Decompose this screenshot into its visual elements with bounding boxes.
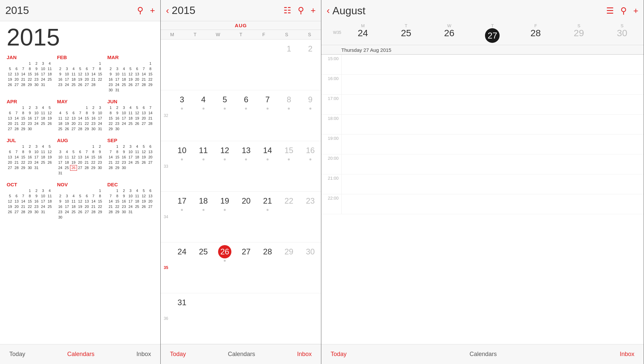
month-body: 1232345678933101112131415163417181920212… [161, 40, 321, 344]
year-bottom-nav: Today Calendars Inbox [0, 344, 160, 364]
day-col-0[interactable]: M24 [341, 23, 384, 43]
calendars-button[interactable]: Calendars [228, 351, 255, 358]
week-row-1: 323456789 [161, 90, 321, 141]
week-row-4: 3524252627282930 [161, 242, 321, 293]
mini-month-sep[interactable]: SEP1234567891011121314151617181920212223… [107, 137, 154, 176]
back-icon[interactable]: ‹ [166, 5, 169, 16]
day-col-1[interactable]: T25 [384, 23, 428, 43]
month-label: AUG [235, 23, 247, 28]
time-row-18:00: 18:00 [321, 115, 644, 135]
inbox-button[interactable]: Inbox [297, 351, 312, 358]
plus-icon[interactable]: + [150, 5, 155, 16]
mini-month-dec[interactable]: DEC1234567891011121314151617181920212223… [107, 182, 154, 220]
time-row-22:00: 22:00 [321, 194, 644, 214]
inbox-button[interactable]: Inbox [620, 351, 634, 358]
mini-month-jan[interactable]: JAN1234567891011121314151617181920212223… [7, 54, 53, 93]
mini-month-feb[interactable]: FEB1234567891011121314151617181920212223… [57, 54, 104, 93]
day-bottom-nav: Today Calendars Inbox [321, 344, 644, 364]
day-col-2[interactable]: W26 [428, 23, 471, 43]
mini-month-jul[interactable]: JUL1234567891011121314151617181920212223… [7, 137, 53, 176]
grid-icon[interactable]: ☷ [283, 5, 291, 16]
plus-icon[interactable]: + [311, 5, 316, 16]
mini-month-may[interactable]: MAY1234567891011121314151617181920212223… [57, 99, 104, 132]
time-row-19:00: 19:00 [321, 135, 644, 154]
mini-month-aug[interactable]: AUG1234567891011121314151617181920212223… [57, 137, 104, 176]
mini-month-apr[interactable]: APR1234567891011121314151617181920212223… [7, 99, 53, 132]
day-header: ‹ August ☰ ⚲ + W35M24T25W26T27F28S29S30 … [321, 0, 644, 55]
month-year-title: 2015 [172, 4, 195, 17]
calendars-button[interactable]: Calendars [67, 351, 94, 358]
time-row-17:00: 17:00 [321, 95, 644, 115]
year-panel: 2015 ⚲ + 2015 JAN12345678910111213141516… [0, 0, 161, 364]
day-col-header: W35M24T25W26T27F28S29S30 [321, 21, 644, 45]
back-icon[interactable]: ‹ [327, 5, 330, 16]
day-col-4[interactable]: F28 [514, 23, 557, 43]
today-button[interactable]: Today [9, 351, 25, 358]
month-header: ‹ 2015 ☷ ⚲ + [161, 0, 321, 21]
time-row-21:00: 21:00 [321, 174, 644, 194]
mini-month-jun[interactable]: JUN1234567891011121314151617181920212223… [107, 99, 154, 132]
day-header-icons: ☰ ⚲ + [606, 6, 638, 16]
week-row-0: 12 [161, 40, 321, 90]
week-row-5: 3631 [161, 293, 321, 344]
day-body: 15:0016:0017:0018:0019:0020:0021:0022:00 [321, 55, 644, 344]
plus-icon[interactable]: + [633, 6, 638, 16]
month-dow-row: MTWTFSS [161, 30, 321, 40]
today-button[interactable]: Today [170, 351, 186, 358]
list-icon[interactable]: ☰ [606, 6, 614, 16]
search-icon[interactable]: ⚲ [620, 6, 627, 16]
months-grid: JAN1234567891011121314151617181920212223… [7, 54, 154, 220]
month-panel: ‹ 2015 ☷ ⚲ + AUG MTWTFSS 123234567893310… [161, 0, 321, 364]
year-header: 2015 ⚲ + [0, 0, 160, 21]
day-col-5[interactable]: S29 [557, 23, 601, 43]
search-icon[interactable]: ⚲ [298, 5, 304, 16]
year-body: 2015 JAN12345678910111213141516171819202… [0, 21, 160, 344]
week-label: W35 [321, 23, 341, 43]
mini-month-mar[interactable]: MAR1234567891011121314151617181920212223… [107, 54, 154, 93]
month-header-icons: ☷ ⚲ + [283, 5, 316, 16]
day-panel: ‹ August ☰ ⚲ + W35M24T25W26T27F28S29S30 … [321, 0, 644, 364]
month-label-row: AUG [161, 21, 321, 30]
day-col-6[interactable]: S30 [601, 23, 644, 43]
mini-month-nov[interactable]: NOV1234567891011121314151617181920212223… [57, 182, 104, 220]
year-number: 2015 [7, 25, 154, 49]
time-row-15:00: 15:00 [321, 55, 644, 75]
calendars-button[interactable]: Calendars [469, 351, 497, 358]
today-button[interactable]: Today [331, 351, 347, 358]
day-col-3[interactable]: T27 [471, 23, 514, 43]
year-header-icons: ⚲ + [137, 5, 155, 16]
day-month-title: August [332, 5, 365, 17]
year-title: 2015 [5, 4, 137, 17]
mini-month-oct[interactable]: OCT1234567891011121314151617181920212223… [7, 182, 53, 220]
time-row-20:00: 20:00 [321, 154, 644, 174]
day-header-top: ‹ August ☰ ⚲ + [321, 0, 644, 21]
inbox-button[interactable]: Inbox [136, 351, 151, 358]
search-icon[interactable]: ⚲ [137, 5, 143, 16]
week-row-3: 3417181920212223 [161, 192, 321, 242]
day-date-title: Thursday 27 Aug 2015 [321, 45, 644, 54]
week-row-2: 3310111213141516 [161, 141, 321, 192]
time-row-16:00: 16:00 [321, 75, 644, 95]
month-bottom-nav: Today Calendars Inbox [161, 344, 321, 364]
